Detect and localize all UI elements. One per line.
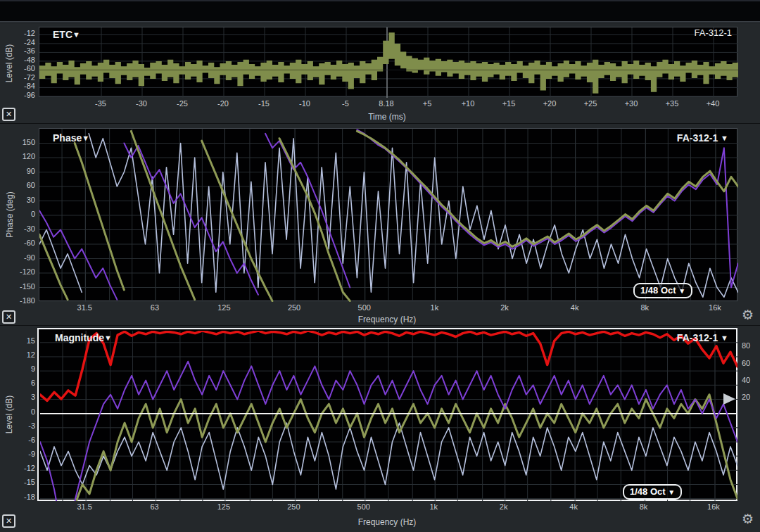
analyzer-window: Level (dB) ETC▼ FA-312-1 -35-30-25-20-15… [0, 0, 760, 532]
etc-type-label: ETC [53, 29, 72, 40]
etc-x-tick-label: +25 [576, 99, 604, 108]
phase-x-tick-label: 16k [697, 303, 733, 312]
dropdown-arrow-icon: ▼ [721, 334, 728, 342]
magnitude-trace-selector[interactable]: FA-312-1 ▼ [677, 332, 728, 343]
close-icon: ✕ [6, 110, 12, 118]
magnitude-y-tick-label: 3 [13, 393, 35, 401]
phase-x-tick-label: 1k [417, 303, 452, 312]
phase-x-tick-label: 500 [347, 303, 382, 312]
magnitude-x-tick-label: 4k [556, 502, 591, 511]
phase-y-tick-label: -60 [13, 239, 35, 247]
etc-y-tick-label: -72 [15, 73, 35, 82]
phase-x-axis-title: Frequency (Hz) [310, 315, 464, 324]
phase-y-tick-label: 30 [13, 196, 35, 204]
etc-close-button[interactable]: ✕ [2, 108, 15, 121]
magnitude-close-button[interactable]: ✕ [2, 514, 15, 528]
close-icon: ✕ [6, 312, 12, 321]
magnitude-x-tick-label: 31.5 [67, 502, 102, 511]
magnitude-x-tick-label: 8k [626, 502, 661, 511]
phase-trace-selector[interactable]: FA-312-1 ▼ [677, 132, 728, 144]
magnitude-y-tick-label: -15 [13, 478, 35, 486]
phase-x-tick-label: 8k [627, 303, 662, 312]
coherence-tick-label: 20 [742, 393, 759, 401]
phase-x-tick-label: 63 [137, 303, 172, 312]
phase-octave-smoothing-button[interactable]: 1/48 Oct ▼ [633, 283, 692, 298]
magnitude-y-tick-label: 6 [13, 379, 35, 387]
magnitude-plot-area[interactable] [37, 328, 737, 501]
phase-y-tick-label: -180 [13, 296, 35, 305]
magnitude-x-tick-label: 2k [486, 502, 521, 511]
etc-type-selector[interactable]: ETC▼ [53, 29, 80, 40]
magnitude-y-tick-label: -9 [13, 450, 35, 458]
etc-panel: Level (dB) ETC▼ FA-312-1 -35-30-25-20-15… [0, 23, 760, 123]
etc-y-tick-label: -84 [15, 82, 35, 90]
etc-y-tick-label: -12 [15, 29, 35, 37]
etc-x-tick-label: -20 [209, 99, 237, 108]
etc-y-tick-label: -60 [15, 64, 35, 72]
phase-x-tick-label: 2k [487, 303, 522, 312]
etc-x-tick-label: -35 [87, 99, 115, 108]
magnitude-x-tick-label: 1k [416, 502, 451, 511]
etc-y-tick-label: -96 [15, 91, 35, 99]
phase-settings-gear-icon[interactable]: ⚙ [742, 308, 754, 322]
dropdown-arrow-icon: ▼ [678, 287, 685, 295]
magnitude-y-tick-label: -6 [13, 436, 35, 444]
etc-x-axis-title: Time (ms) [310, 112, 464, 122]
magnitude-y-tick-label: -18 [13, 493, 35, 501]
etc-trace-name: FA-312-1 [695, 27, 732, 38]
etc-x-tick-label: -30 [127, 99, 156, 108]
magnitude-x-tick-label: 63 [137, 502, 172, 511]
magnitude-y-tick-label: 12 [13, 350, 35, 359]
magnitude-trace-name: FA-312-1 [677, 332, 718, 343]
magnitude-x-tick-label: 250 [276, 502, 311, 511]
phase-y-tick-label: -150 [13, 282, 35, 291]
etc-trace-label[interactable]: FA-312-1 [695, 27, 732, 38]
magnitude-x-tick-label: 500 [346, 502, 381, 511]
phase-close-button[interactable]: ✕ [2, 310, 15, 324]
etc-x-tick-label: -15 [250, 99, 278, 108]
dropdown-arrow-icon: ▼ [82, 134, 89, 142]
coherence-scale-handle-icon[interactable] [723, 393, 735, 405]
etc-x-tick-label: +20 [536, 99, 564, 108]
magnitude-settings-gear-icon[interactable]: ⚙ [742, 512, 754, 526]
phase-x-tick-label: 31.5 [67, 303, 102, 312]
coherence-tick-label: 40 [742, 376, 759, 384]
etc-x-tick-label: +40 [699, 99, 727, 108]
magnitude-y-tick-label: -3 [13, 422, 35, 430]
close-icon: ✕ [6, 517, 12, 525]
etc-x-tick-label: +10 [454, 99, 482, 108]
etc-x-tick-label: +15 [495, 99, 523, 108]
magnitude-x-axis-title: Frequency (Hz) [310, 517, 464, 527]
etc-y-axis-title: Level (dB) [4, 39, 14, 88]
dropdown-arrow-icon: ▼ [721, 134, 728, 142]
etc-y-tick-label: -48 [15, 56, 35, 64]
dropdown-arrow-icon: ▼ [668, 488, 675, 496]
dropdown-arrow-icon: ▼ [104, 334, 112, 342]
phase-type-selector[interactable]: Phase▼ [53, 132, 89, 144]
etc-x-tick-label: -10 [291, 99, 319, 108]
phase-y-tick-label: 0 [13, 210, 35, 218]
magnitude-x-tick-label: 16k [696, 502, 731, 511]
magnitude-panel: Level (dB) Magnitude▼ FA-312-1 ▼ 1/48 Oc… [0, 326, 760, 532]
phase-plot-area[interactable] [39, 128, 737, 301]
cropped-top-strip [0, 0, 760, 23]
phase-type-label: Phase [53, 132, 82, 144]
magnitude-octave-smoothing-button[interactable]: 1/48 Oct ▼ [623, 484, 682, 500]
phase-y-tick-label: 90 [13, 167, 35, 175]
phase-octave-label: 1/48 Oct [640, 285, 676, 296]
dropdown-arrow-icon: ▼ [72, 30, 80, 39]
etc-x-tick-label: +35 [658, 99, 686, 108]
etc-y-tick-label: -24 [15, 38, 35, 46]
magnitude-type-selector[interactable]: Magnitude▼ [55, 332, 112, 343]
magnitude-x-tick-label: 125 [206, 502, 241, 511]
phase-x-tick-label: 4k [557, 303, 593, 312]
magnitude-y-tick-label: 15 [13, 336, 35, 345]
magnitude-y-tick-label: -12 [13, 464, 35, 472]
phase-x-tick-label: 125 [206, 303, 241, 312]
etc-x-tick-label: -5 [331, 99, 360, 108]
phase-y-tick-label: -90 [13, 253, 35, 262]
gear-icon: ⚙ [742, 512, 754, 526]
etc-x-tick-label: +30 [617, 99, 645, 108]
phase-y-tick-label: -30 [13, 224, 35, 233]
etc-plot-area[interactable] [39, 27, 737, 97]
